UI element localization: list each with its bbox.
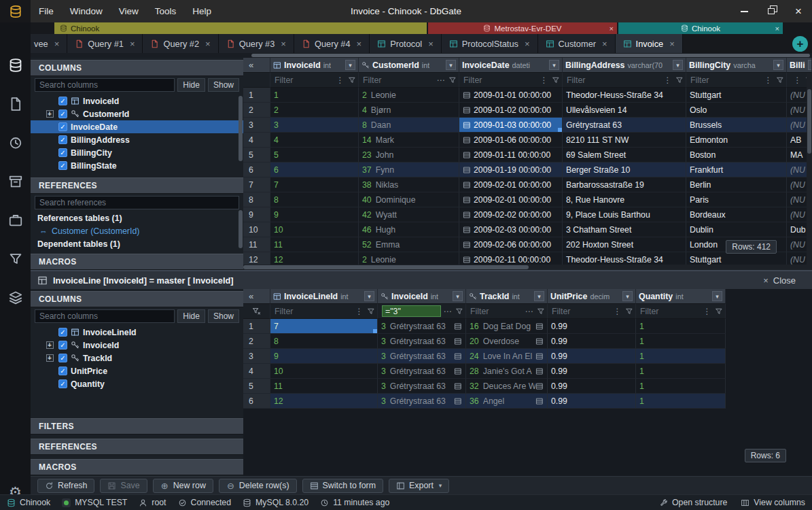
funnel-icon[interactable] [715,307,723,316]
funnel-icon[interactable] [367,307,375,316]
row-number[interactable]: 1 [243,319,270,334]
open-reference-icon[interactable] [463,241,471,249]
cell-trackid[interactable]: 28Janie's Got A [466,364,548,379]
cell-trackid[interactable]: 16Dog Eat Dog [466,319,548,334]
close-window-button[interactable]: × [785,0,812,22]
cell-trackid[interactable]: 20Overdose [466,334,548,349]
column-header-trackid[interactable]: TrackIdint▾ [466,289,548,304]
status-11-minutes-ago[interactable]: 11 minutes ago [320,498,389,507]
cell-invoicelineid[interactable]: 9 [270,349,378,364]
clear-filter-icon[interactable] [252,307,261,316]
close-tab-icon[interactable]: × [205,39,211,49]
column-tree-item-customerid[interactable]: +✓CustomerId [31,107,243,120]
column-header-invoicelineid[interactable]: InvoiceLineIdint▾ [270,289,378,304]
show-button[interactable]: Show [208,309,239,323]
cell-quantity[interactable]: 1 [636,364,726,379]
open-reference-icon[interactable] [454,352,462,360]
cell-unitprice[interactable]: 0.99 [548,364,636,379]
cell-billingcity[interactable]: Bordeaux [686,207,787,222]
row-number[interactable]: 3 [243,349,270,364]
cell-billingaddress[interactable]: 8, Rue Hanovre [563,192,686,207]
search-references-input[interactable] [35,196,239,209]
rail-files-button[interactable] [8,97,23,114]
rail-archive-button[interactable] [8,174,23,191]
cell-unitprice[interactable]: 0.99 [548,394,636,409]
filter-invoicelineid[interactable]: Filter⋮ [270,304,378,319]
open-reference-icon[interactable] [535,322,544,330]
column-header-invoicedate[interactable]: InvoiceDatedateti▾ [459,58,563,73]
column-header-quantity[interactable]: Quantityint▾ [636,289,726,304]
filter-menu-icon[interactable]: ⋮ [354,307,364,316]
cell-billingcity[interactable]: Boston [686,148,787,163]
close-group-icon[interactable]: × [775,24,779,33]
funnel-icon[interactable] [348,76,356,84]
column-menu-chevron[interactable]: ▾ [534,291,544,301]
tab-query-3[interactable]: Query #3× [219,34,294,53]
cell-invoiceid[interactable]: 12 [270,252,359,265]
panel-scrollbar[interactable] [239,210,243,248]
open-reference-icon[interactable] [463,166,471,174]
references-section-header[interactable]: REFERENCES [31,177,243,194]
cell-quantity[interactable]: 1 [636,394,726,409]
hide-button[interactable]: Hide [177,309,205,323]
close-tab-icon[interactable]: × [357,39,362,49]
cell-invoiceid[interactable]: 5 [270,148,359,163]
tab-group-2[interactable]: Metrostav-Evr-DEV× [428,22,617,34]
cell-invoicelineid[interactable]: 11 [270,379,378,394]
checkbox-checked[interactable]: ✓ [58,379,67,388]
open-reference-icon[interactable] [454,337,462,345]
open-reference-icon[interactable] [535,367,544,375]
column-menu-chevron[interactable]: ▾ [453,291,463,301]
cell-unitprice[interactable]: 0.99 [548,379,636,394]
tab-group-3[interactable]: Chinook× [618,22,783,34]
open-reference-icon[interactable] [463,151,471,159]
cell-billingcity[interactable]: Edmonton [686,133,787,148]
filter-menu-icon[interactable]: ⋮ [702,307,712,316]
row-number[interactable]: 6 [243,394,270,409]
cell-invoicedate[interactable]: 2009-01-19 00:00:00 [459,163,563,177]
status-open-structure[interactable]: Open structure [659,498,727,507]
fill-handle[interactable] [373,329,377,333]
cell-billingaddress[interactable]: Grétrystraat 63 [563,118,686,133]
cell-invoiceid[interactable]: 7 [270,177,359,192]
save-button[interactable]: Save [100,479,147,493]
cell-invoicedate[interactable]: 2009-02-01 00:00:00 [459,177,563,192]
expand-icon[interactable]: + [46,341,54,349]
cell-quantity[interactable]: 1 [636,319,726,334]
cell-invoicedate[interactable]: 2009-02-06 00:00:00 [459,237,563,252]
column-menu-chevron[interactable]: ▾ [364,291,374,301]
open-reference-icon[interactable] [454,382,462,390]
checkbox-checked[interactable]: ✓ [58,367,67,375]
tab-customer[interactable]: Customer× [538,34,616,53]
minimize-button[interactable] [730,0,758,22]
cell-invoicedate[interactable]: 2009-02-11 00:00:00 [459,252,563,265]
funnel-icon[interactable] [552,76,560,84]
cell-customerid[interactable]: 40Dominique [359,192,459,207]
expand-icon[interactable]: + [46,354,54,362]
cell-customerid[interactable]: 8Daan [359,118,459,133]
cell-invoiceid[interactable]: 10 [270,222,359,237]
cell-invoicedate[interactable]: 2009-02-03 00:00:00 [459,222,563,237]
row-number[interactable]: 8 [243,192,270,207]
open-reference-icon[interactable] [535,337,544,345]
column-menu-chevron[interactable]: ▾ [808,60,812,70]
delete-row-s--button[interactable]: ⊖Delete row(s) [219,479,297,493]
cell-invoicelineid[interactable]: 12 [270,394,378,409]
row-number[interactable]: 12 [243,252,270,265]
filter-billingcity[interactable]: Filter⋮ [686,73,787,88]
menu-file[interactable]: File [31,6,62,16]
row-number[interactable]: 5 [243,379,270,394]
checkbox-checked[interactable]: ✓ [58,341,67,350]
new-tab-button[interactable]: + [792,36,808,52]
macros-section-header[interactable]: MACROS [31,459,243,475]
new-row-button[interactable]: ⊕New row [153,479,213,493]
cell-invoicedate[interactable]: 2009-01-11 00:00:00 [459,148,563,163]
filter-trackid[interactable]: Filter⋯ [466,304,548,319]
filter-quantity[interactable]: Filter⋮ [636,304,726,319]
export-button[interactable]: Export▾ [389,479,449,493]
row-number[interactable]: 4 [243,133,270,148]
switch-to-form-button[interactable]: Switch to form [302,479,384,493]
status-root[interactable]: root [139,498,166,507]
filter-menu-icon[interactable]: ⋮ [335,76,345,84]
row-number[interactable]: 9 [243,207,270,222]
